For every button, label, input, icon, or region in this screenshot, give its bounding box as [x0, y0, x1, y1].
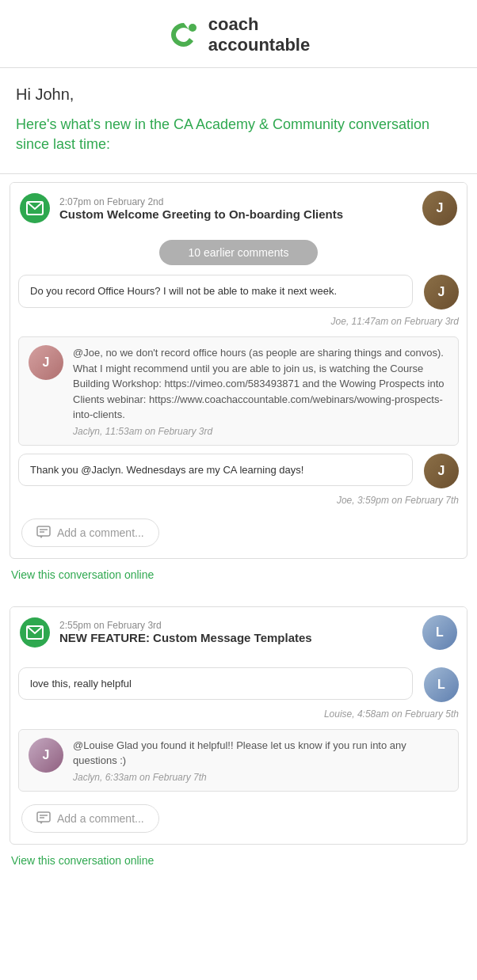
conversation-block-2: 2:55pm on February 3rd NEW FEATURE: Cust… — [10, 606, 467, 845]
conversation-block-1: 2:07pm on February 2nd Custom Welcome Gr… — [10, 182, 467, 559]
jaclyn-text-1: @Joe, no we don't record office hours (a… — [73, 345, 448, 423]
email-icon-2 — [20, 617, 50, 648]
view-online-link-2[interactable]: View this conversation online — [0, 849, 477, 878]
comment-avatar-jaclyn-1: J — [29, 345, 63, 380]
conv-header-avatar-1: J — [422, 191, 457, 226]
greeting-hi: Hi John, — [16, 85, 461, 104]
conv-header-avatar-2: L — [422, 615, 457, 650]
page-header: coach accountable — [0, 0, 477, 68]
add-comment-btn-2[interactable]: Add a comment... — [21, 804, 159, 833]
comment-avatar-louise: L — [424, 667, 459, 702]
comment-bubble-1: Do you record Office Hours? I will not b… — [18, 275, 413, 308]
comment-meta-1: Joe, 11:47am on February 3rd — [10, 314, 467, 332]
logo-icon — [167, 18, 200, 51]
jaclyn-meta-1: Jaclyn, 11:53am on February 3rd — [73, 426, 448, 437]
greeting-section: Hi John, Here's what's new in the CA Aca… — [0, 68, 477, 162]
brand-name: coach accountable — [208, 14, 310, 56]
comment-row-3: Thank you @Jaclyn. Wednesdays are my CA … — [10, 450, 467, 490]
jaclyn-response-1: J @Joe, no we don't record office hours … — [18, 336, 459, 446]
jaclyn-text-2: @Louise Glad you found it helpful!! Plea… — [73, 738, 448, 769]
comment-bubble-4: love this, really helpful — [18, 667, 413, 701]
view-online-link-1[interactable]: View this conversation online — [0, 564, 477, 592]
add-comment-btn-1[interactable]: Add a comment... — [21, 518, 159, 547]
jaclyn-content-1: @Joe, no we don't record office hours (a… — [73, 345, 448, 437]
comment-icon-2 — [36, 811, 51, 826]
comment-meta-3: Joe, 3:59pm on February 7th — [10, 493, 467, 511]
conv-time-1: 2:07pm on February 2nd — [59, 196, 422, 207]
conv-header-info-2: 2:55pm on February 3rd NEW FEATURE: Cust… — [59, 620, 422, 644]
comment-row-4: love this, really helpful L — [10, 664, 467, 704]
jaclyn-content-2: @Louise Glad you found it helpful!! Plea… — [73, 738, 448, 783]
comment-row-1: Do you record Office Hours? I will not b… — [10, 272, 467, 311]
comment-avatar-joe-2: J — [424, 454, 459, 488]
conv-title-2: NEW FEATURE: Custom Message Templates — [59, 631, 422, 644]
jaclyn-response-2: J @Louise Glad you found it helpful!! Pl… — [18, 729, 459, 792]
email-icon — [20, 193, 50, 223]
comment-avatar-joe-1: J — [424, 275, 459, 310]
comment-avatar-jaclyn-2: J — [29, 738, 63, 773]
svg-rect-3 — [37, 526, 50, 536]
svg-point-1 — [189, 24, 197, 32]
earlier-comments-btn-1[interactable]: 10 earlier comments — [159, 240, 318, 265]
comment-bubble-3: Thank you @Jaclyn. Wednesdays are my CA … — [18, 454, 413, 487]
add-comment-row-1: Add a comment... — [10, 511, 467, 558]
greeting-body: Here's what's new in the CA Academy & Co… — [16, 115, 461, 154]
svg-rect-7 — [37, 812, 50, 822]
conv-header-info-1: 2:07pm on February 2nd Custom Welcome Gr… — [59, 196, 422, 221]
add-comment-row-2: Add a comment... — [10, 796, 467, 844]
comment-meta-4: Louise, 4:58am on February 5th — [10, 707, 467, 724]
comment-icon-1 — [36, 526, 51, 540]
jaclyn-meta-2: Jaclyn, 6:33am on February 7th — [73, 772, 448, 783]
conv-title-1: Custom Welcome Greeting to On-boarding C… — [59, 207, 422, 221]
conv-header-2: 2:55pm on February 3rd NEW FEATURE: Cust… — [10, 607, 467, 658]
conv-header-1: 2:07pm on February 2nd Custom Welcome Gr… — [10, 183, 467, 234]
conv-time-2: 2:55pm on February 3rd — [59, 620, 422, 631]
